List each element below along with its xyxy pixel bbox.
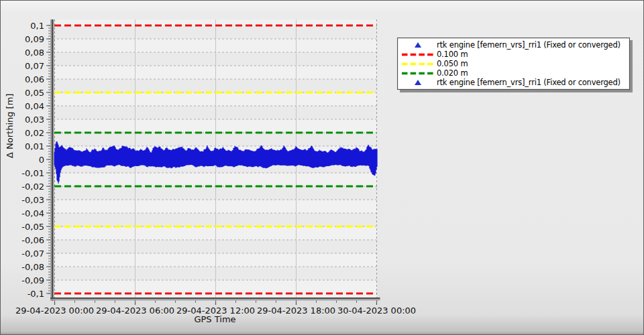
y-tick-label: 0,05 <box>25 88 44 98</box>
legend-row-series: rtk engine [femern_vrs]_rri1 (Fixed or c… <box>399 78 627 87</box>
legend-label: 0.020 m <box>437 68 468 78</box>
y-tick-label: 0,04 <box>25 101 44 111</box>
y-tick-label: -0,02 <box>21 182 44 192</box>
y-tick-label: -0,03 <box>21 195 44 205</box>
y-tick-label: 0,06 <box>25 74 44 84</box>
y-tick-label: -0,07 <box>21 249 44 259</box>
y-axis: 0,10,090,080,070,060,050,040,030,020,010… <box>21 21 50 299</box>
y-tick-label: -0,01 <box>21 168 44 178</box>
legend-row-series: rtk engine [femern_vrs]_rri1 (Fixed or c… <box>399 40 627 50</box>
triangle-marker-icon <box>399 42 437 48</box>
legend-label: 0.050 m <box>437 59 468 68</box>
legend-row-limit-0100: 0.100 m <box>399 50 627 59</box>
chart-window: { "window": { "background": "#e9e9e9", "… <box>0 0 644 335</box>
legend-label: rtk engine [femern_vrs]_rri1 (Fixed or c… <box>437 40 621 50</box>
y-tick-label: 0,08 <box>25 48 44 58</box>
y-tick-label: 0,1 <box>30 21 44 31</box>
y-tick-label: -0,05 <box>21 222 44 232</box>
dashed-line-icon <box>399 62 437 66</box>
y-axis-bar <box>52 19 54 301</box>
x-axis-bar <box>50 297 380 299</box>
y-tick-label: -0,06 <box>21 235 44 245</box>
y-tick-label: 0 <box>39 155 44 165</box>
y-tick-label: 0,02 <box>25 128 44 138</box>
y-tick-label: -0,08 <box>21 262 44 272</box>
legend-row-limit-0020: 0.020 m <box>399 68 627 78</box>
legend-box: rtk engine [femern_vrs]_rri1 (Fixed or c… <box>397 38 630 90</box>
y-tick-label: -0,04 <box>21 208 44 218</box>
y-axis-bar <box>50 19 52 301</box>
y-tick-label: -0,1 <box>28 289 44 299</box>
triangle-marker-icon <box>399 79 437 86</box>
x-axis: 29-04-2023 00:0029-04-2023 06:0029-04-20… <box>15 301 416 316</box>
dashed-line-icon <box>399 53 437 56</box>
y-tick-label: 0,03 <box>25 115 44 125</box>
x-axis-title: GPS Time <box>53 314 377 324</box>
x-axis-bar <box>50 299 380 301</box>
y-axis-bar <box>54 19 54 301</box>
y-tick-label: 0,07 <box>25 61 44 71</box>
legend-label: rtk engine [femern_vrs]_rri1 (Fixed or c… <box>437 78 621 87</box>
legend-label: 0.100 m <box>437 50 468 59</box>
legend-row-limit-0050: 0.050 m <box>399 59 627 68</box>
y-tick-label: 0,09 <box>25 34 44 44</box>
y-tick-label: -0,09 <box>21 275 44 285</box>
y-tick-label: 0,01 <box>25 141 44 151</box>
dashed-line-icon <box>399 72 437 75</box>
